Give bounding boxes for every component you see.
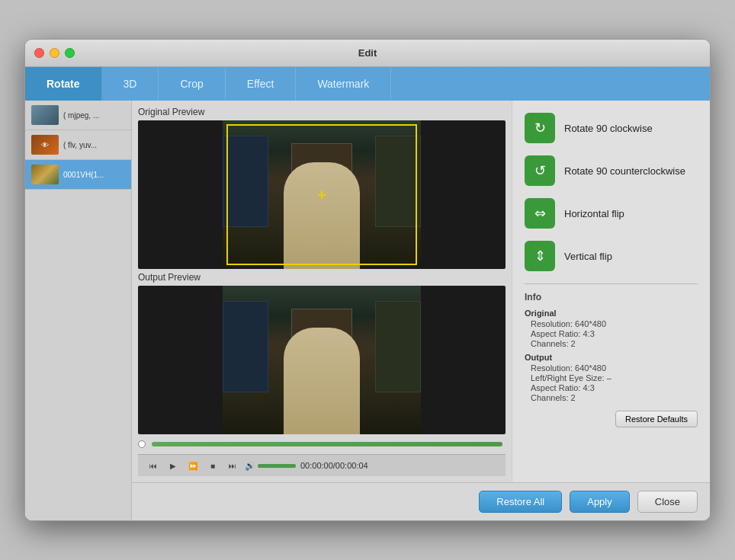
skip-end-button[interactable]: ⏭ — [225, 459, 240, 472]
close-button[interactable]: Close — [637, 491, 698, 513]
seek-row — [138, 437, 506, 451]
hflip-label: Horizontal flip — [564, 208, 624, 219]
rotate-ccw-label: Rotate 90 counterclockwise — [564, 165, 685, 177]
controls-bar: ⏮ ▶ ⏩ ■ ⏭ 🔊 00:00:00/00:00:04 — [138, 454, 506, 476]
restore-defaults-button[interactable]: Restore Defaults — [615, 411, 698, 427]
restore-all-button[interactable]: Restore All — [479, 491, 562, 513]
controls-panel: ↻ Rotate 90 clockwise ↺ Rotate 90 counte… — [512, 101, 710, 482]
output-eye-size: Left/Right Eye Size: – — [531, 373, 698, 382]
rotate-ccw-action[interactable]: ↺ Rotate 90 counterclockwise — [525, 155, 698, 186]
rotate-cw-action[interactable]: ↻ Rotate 90 clockwise — [525, 113, 698, 143]
bottom-bar: Restore All Apply Close — [132, 482, 710, 520]
rotate-cw-label: Rotate 90 clockwise — [564, 123, 653, 134]
sidebar-item-3[interactable]: 0001VH(1... — [25, 160, 131, 190]
sidebar-item-1[interactable]: ( mjpeg, ... — [25, 101, 131, 130]
rotate-cw-icon: ↻ — [525, 113, 555, 143]
original-video-frame: + — [223, 120, 421, 269]
content-row: Original Preview + — [132, 101, 710, 482]
output-video-container[interactable] — [138, 286, 506, 434]
output-channels: Channels: 2 — [531, 393, 698, 402]
sidebar-label-1: ( mjpeg, ... — [63, 111, 99, 120]
output-aspect-ratio: Aspect Ratio: 4:3 — [531, 383, 698, 392]
fast-forward-button[interactable]: ⏩ — [185, 459, 201, 472]
skip-start-button[interactable]: ⏮ — [146, 459, 161, 472]
info-panel: Info Original Resolution: 640*480 Aspect… — [525, 283, 698, 427]
volume-icon: 🔊 — [245, 461, 255, 471]
sidebar-item-2[interactable]: 👁 ( flv, yuv... — [25, 130, 131, 160]
right-content: Original Preview + — [132, 101, 710, 520]
tab-rotate[interactable]: Rotate — [25, 67, 102, 101]
tab-watermark[interactable]: Watermark — [296, 67, 391, 101]
output-scene-panel-right — [375, 301, 421, 392]
volume-bar[interactable] — [258, 464, 296, 468]
tab-crop[interactable]: Crop — [159, 67, 225, 101]
volume-container: 🔊 — [245, 461, 296, 471]
titlebar: Edit — [25, 40, 710, 67]
play-button[interactable]: ▶ — [165, 459, 181, 472]
rotate-ccw-icon: ↺ — [525, 155, 555, 186]
scene-person — [284, 162, 360, 269]
vflip-action[interactable]: ⇕ Vertical flip — [525, 241, 698, 271]
hflip-icon: ⇔ — [525, 198, 555, 229]
main-body: ( mjpeg, ... 👁 ( flv, yuv... 0001VH(1... — [25, 101, 710, 520]
original-preview-section: Original Preview + — [138, 107, 506, 269]
output-preview-section: Output Preview — [138, 272, 506, 434]
output-preview-label: Output Preview — [138, 272, 506, 283]
window-title: Edit — [358, 47, 377, 59]
seek-dot[interactable] — [138, 440, 146, 448]
info-title: Info — [525, 292, 698, 302]
vflip-icon: ⇕ — [525, 241, 555, 271]
output-scene-person — [284, 328, 360, 434]
scene-panel-left — [223, 136, 268, 227]
sidebar-thumb-3 — [31, 165, 59, 184]
sidebar-thumb-1 — [31, 105, 59, 125]
scene-panel-right — [375, 136, 421, 227]
tabs-bar: Rotate 3D Crop Effect Watermark — [25, 67, 710, 101]
main-window: Edit Rotate 3D Crop Effect Watermark ( m… — [24, 39, 711, 521]
seek-bar-fill — [152, 442, 502, 446]
original-video-container[interactable]: + — [138, 120, 506, 269]
sidebar-thumb-2: 👁 — [31, 135, 59, 155]
original-info-title: Original — [525, 309, 698, 318]
preview-area: Original Preview + — [132, 101, 512, 482]
original-channels: Channels: 2 — [531, 339, 698, 348]
original-resolution: Resolution: 640*480 — [531, 319, 698, 328]
apply-button[interactable]: Apply — [570, 491, 630, 513]
close-window-button[interactable] — [34, 48, 44, 58]
output-resolution: Resolution: 640*480 — [531, 363, 698, 373]
sidebar-label-2: ( flv, yuv... — [63, 141, 97, 149]
vflip-label: Vertical flip — [564, 251, 612, 262]
tab-3d[interactable]: 3D — [102, 67, 159, 101]
time-display: 00:00:00/00:00:04 — [300, 461, 368, 470]
window-controls — [34, 48, 75, 58]
output-video-frame — [223, 286, 421, 434]
eye-icon: 👁 — [41, 141, 49, 149]
sidebar-label-3: 0001VH(1... — [63, 171, 104, 179]
output-scene-panel-left — [223, 301, 268, 392]
tab-effect[interactable]: Effect — [226, 67, 297, 101]
minimize-window-button[interactable] — [50, 48, 59, 58]
hflip-action[interactable]: ⇔ Horizontal flip — [525, 198, 698, 229]
maximize-window-button[interactable] — [65, 48, 75, 58]
sidebar: ( mjpeg, ... 👁 ( flv, yuv... 0001VH(1... — [25, 101, 132, 520]
output-info-title: Output — [525, 353, 698, 362]
stop-button[interactable]: ■ — [205, 459, 220, 472]
original-aspect-ratio: Aspect Ratio: 4:3 — [531, 329, 698, 338]
original-preview-label: Original Preview — [138, 107, 506, 117]
seek-bar[interactable] — [152, 442, 502, 446]
